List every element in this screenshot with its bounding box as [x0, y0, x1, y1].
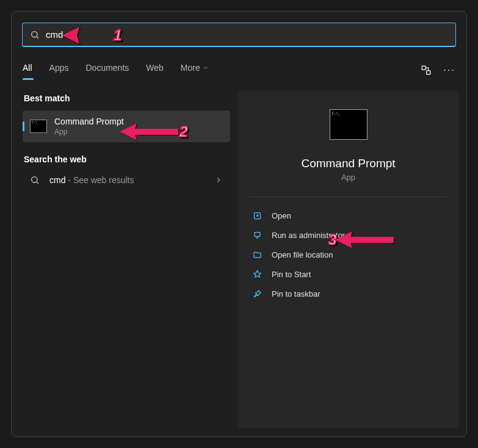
action-run-admin-label: Run as administrator [272, 231, 345, 240]
pin-icon [252, 289, 262, 298]
svg-rect-7 [255, 232, 260, 236]
pin-icon [252, 269, 262, 279]
preview-subtitle: App [250, 173, 447, 182]
chevron-down-icon [203, 65, 209, 71]
search-bar[interactable] [22, 23, 456, 47]
svg-line-1 [37, 37, 38, 38]
action-file-location[interactable]: Open file location [250, 245, 447, 264]
action-run-admin[interactable]: Run as administrator [250, 225, 447, 245]
result-command-prompt[interactable]: C:\_ Command Prompt App [23, 110, 230, 142]
action-open[interactable]: Open [250, 206, 447, 225]
preview-title: Command Prompt [250, 157, 447, 170]
action-pin-start-label: Pin to Start [272, 270, 311, 279]
tab-more-label: More [181, 63, 200, 73]
best-match-label: Best match [23, 93, 230, 103]
result-title: Command Prompt [54, 117, 124, 126]
tab-more[interactable]: More [181, 63, 209, 78]
svg-line-5 [37, 182, 38, 184]
web-result-cmd[interactable]: cmd - See web results [23, 169, 230, 191]
tab-web[interactable]: Web [146, 63, 164, 78]
search-web-label: Search the web [23, 154, 230, 164]
svg-rect-3 [427, 71, 430, 74]
open-icon [252, 211, 262, 220]
action-pin-start[interactable]: Pin to Start [250, 264, 447, 284]
divider [250, 197, 447, 197]
results-column: Best match C:\_ Command Prompt App Searc… [23, 91, 230, 428]
start-search-window: All Apps Documents Web More ··· [11, 11, 467, 437]
action-list: Open Run as administrator [250, 206, 447, 303]
action-pin-taskbar-label: Pin to taskbar [272, 289, 320, 298]
svg-point-4 [32, 177, 37, 182]
svg-point-0 [32, 31, 37, 37]
folder-icon [252, 250, 262, 259]
chevron-right-icon [214, 176, 223, 184]
action-pin-taskbar[interactable]: Pin to taskbar [250, 284, 447, 303]
preview-app-icon: C:\_ [330, 109, 368, 140]
command-prompt-icon: C:\_ [30, 120, 47, 133]
result-subtitle: App [54, 128, 124, 136]
search-icon [30, 175, 40, 185]
action-open-label: Open [272, 211, 291, 220]
tab-apps[interactable]: Apps [49, 63, 69, 78]
tab-all[interactable]: All [23, 63, 32, 78]
more-options-icon[interactable]: ··· [443, 64, 455, 76]
tab-documents[interactable]: Documents [85, 63, 129, 78]
search-icon [30, 30, 40, 40]
tabs-row: All Apps Documents Web More ··· [12, 59, 466, 81]
connector-icon[interactable] [420, 64, 432, 76]
action-file-location-label: Open file location [272, 250, 333, 259]
search-input[interactable] [46, 29, 448, 40]
web-result-text: cmd - See web results [49, 175, 134, 185]
preview-panel: C:\_ Command Prompt App Open [237, 91, 459, 428]
shield-icon [252, 230, 262, 240]
svg-rect-2 [422, 66, 425, 70]
